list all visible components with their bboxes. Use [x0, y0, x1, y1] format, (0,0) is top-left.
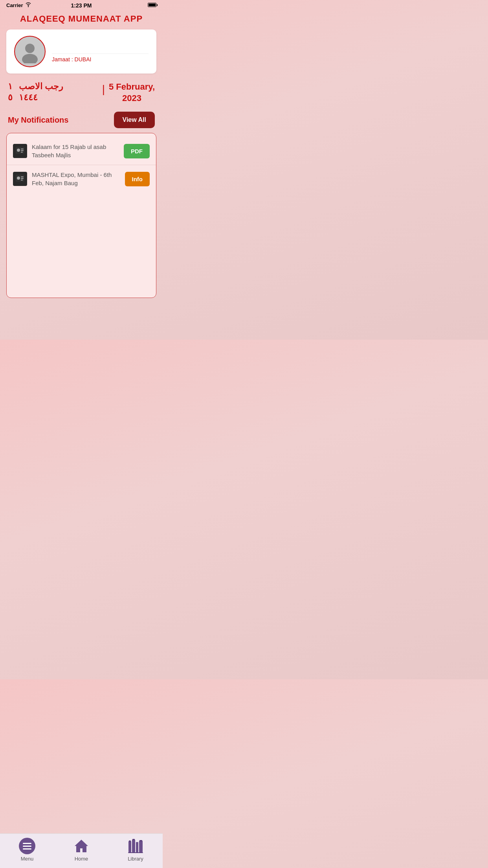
svg-point-4 — [17, 149, 20, 152]
svg-rect-10 — [21, 177, 24, 177]
view-all-button[interactable]: View All — [114, 112, 155, 128]
status-time: 1:23 PM — [71, 2, 92, 9]
app-title: ALAQEEQ MUMENAAT APP — [0, 10, 163, 29]
svg-rect-12 — [21, 180, 23, 180]
avatar — [14, 36, 46, 67]
pdf-button[interactable]: PDF — [124, 144, 150, 158]
date-section: ١ رجب الاصب ٥ ١٤٤٤ | 5 February,2023 — [0, 74, 163, 108]
hijri-text-2: ١٤٤٤ — [19, 92, 38, 103]
profile-card: Jamaat : DUBAI — [6, 29, 156, 74]
notification-text-2: MASHTAL Expo, Mumbai - 6th Feb, Najam Ba… — [32, 171, 120, 187]
info-button[interactable]: Info — [125, 172, 150, 186]
notifications-title: My Notifications — [8, 116, 68, 125]
svg-rect-11 — [21, 178, 24, 179]
svg-point-2 — [22, 54, 38, 63]
svg-rect-7 — [21, 152, 23, 153]
profile-info: Jamaat : DUBAI — [52, 40, 149, 63]
notification-icon-1 — [13, 144, 27, 158]
gregorian-date: 5 February,2023 — [109, 81, 155, 104]
svg-point-1 — [25, 44, 35, 53]
hijri-line-2: ٥ ١٤٤٤ — [8, 92, 63, 103]
svg-rect-5 — [21, 149, 24, 149]
jamaat-label: Jamaat : DUBAI — [52, 56, 149, 63]
hijri-num-1: ١ — [8, 81, 16, 92]
svg-point-0 — [28, 6, 28, 7]
hijri-text-1: رجب الاصب — [19, 81, 63, 92]
wifi-icon — [25, 2, 31, 8]
carrier-label: Carrier — [6, 2, 23, 8]
notifications-list: Kalaam for 15 Rajab ul asab Tasbeeh Majl… — [6, 133, 156, 298]
notifications-header: My Notifications View All — [0, 108, 163, 133]
status-bar: Carrier 1:23 PM — [0, 0, 163, 10]
profile-name-input[interactable] — [52, 40, 149, 54]
svg-point-9 — [17, 177, 20, 180]
hijri-line-1: ١ رجب الاصب — [8, 81, 63, 92]
hijri-date: ١ رجب الاصب ٥ ١٤٤٤ — [8, 81, 63, 103]
battery-indicator — [148, 2, 156, 8]
avatar-icon — [18, 40, 42, 63]
date-divider: | — [98, 81, 109, 96]
notification-item-2: MASHTAL Expo, Mumbai - 6th Feb, Najam Ba… — [7, 165, 156, 193]
hijri-num-2: ٥ — [8, 92, 16, 103]
notification-item-1: Kalaam for 15 Rajab ul asab Tasbeeh Majl… — [7, 137, 156, 165]
date-right: | 5 February,2023 — [98, 81, 155, 104]
status-left: Carrier — [6, 2, 31, 8]
notification-text-1: Kalaam for 15 Rajab ul asab Tasbeeh Majl… — [32, 143, 119, 159]
notification-icon-2 — [13, 172, 27, 186]
svg-rect-6 — [21, 150, 24, 151]
